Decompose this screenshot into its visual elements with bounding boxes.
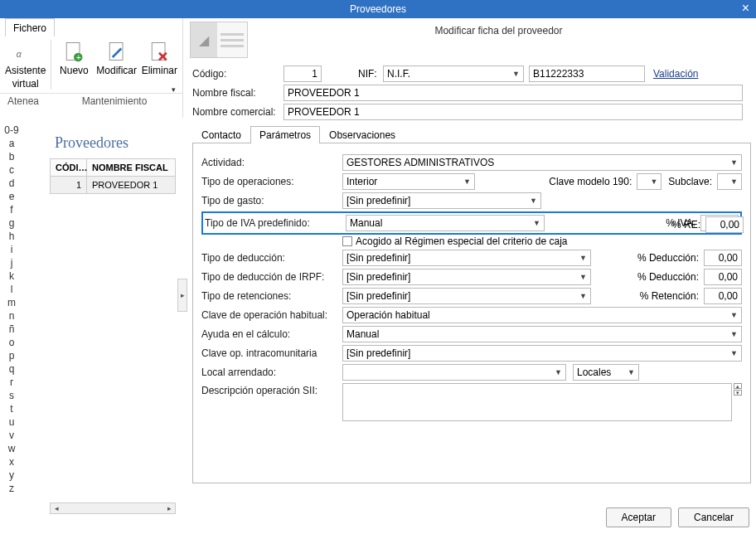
alpha-m[interactable]: m <box>7 297 16 310</box>
tipo-gasto-select[interactable]: [Sin predefinir]▼ <box>342 192 541 209</box>
group-mantenimiento-label: Mantenimiento▾ <box>46 93 182 107</box>
grid-title: Proveedores <box>50 133 176 158</box>
alpha-c[interactable]: c <box>9 164 14 177</box>
accept-button[interactable]: Aceptar <box>606 507 671 527</box>
alpha-w[interactable]: w <box>8 443 16 456</box>
alpha-s[interactable]: s <box>9 390 14 403</box>
nif-input[interactable] <box>529 66 645 82</box>
alpha-b[interactable]: b <box>9 151 15 164</box>
alpha-x[interactable]: x <box>9 456 14 469</box>
actividad-select[interactable]: GESTORES ADMINISTRATIVOS▼ <box>342 154 742 171</box>
supplier-preview-image[interactable]: ◢ <box>190 22 248 58</box>
acogido-checkbox[interactable] <box>342 236 352 246</box>
pct-ded-input[interactable] <box>704 250 742 266</box>
spinner-down-icon[interactable]: ▾ <box>734 390 742 396</box>
alpha-i[interactable]: i <box>11 244 13 257</box>
chevron-down-icon: ▼ <box>727 158 738 167</box>
actividad-label: Actividad: <box>201 157 342 168</box>
assistant-button[interactable]: α Asistente virtual <box>5 40 46 90</box>
pct-re-input[interactable] <box>705 216 744 233</box>
svg-text:+: + <box>76 52 81 62</box>
alpha-r[interactable]: r <box>10 376 13 390</box>
tipo-ret-label: Tipo de retenciones: <box>201 290 342 302</box>
chevron-down-icon: ▼ <box>551 368 562 376</box>
alpha-v[interactable]: v <box>9 430 14 443</box>
tipo-iva-label: Tipo de IVA predefinido: <box>205 217 346 229</box>
alpha-z[interactable]: z <box>9 483 14 496</box>
tipo-ded-irpf-select[interactable]: [Sin predefinir]▼ <box>342 269 591 285</box>
chevron-down-icon: ▼ <box>509 70 520 78</box>
tab-contacto[interactable]: Contacto <box>192 126 250 143</box>
validacion-link[interactable]: Validación <box>653 68 698 80</box>
modify-button[interactable]: Modificar <box>97 40 137 90</box>
clave190-select[interactable]: ▼ <box>637 173 662 190</box>
alpha-p[interactable]: p <box>9 350 15 363</box>
ayuda-select[interactable]: Manual▼ <box>342 326 742 342</box>
spinner-up-icon[interactable]: ▴ <box>734 383 742 389</box>
table-row[interactable]: 1 PROVEEDOR 1 <box>50 177 176 194</box>
alpha-n[interactable]: n <box>9 310 15 323</box>
alpha-q[interactable]: q <box>9 363 15 376</box>
alpha-g[interactable]: g <box>9 217 15 231</box>
tipo-ded-select[interactable]: [Sin predefinir]▼ <box>342 250 591 266</box>
tab-parametros[interactable]: Parámetros <box>250 126 320 143</box>
nif-label: NIF: <box>358 68 383 80</box>
alpha-d[interactable]: d <box>9 177 15 191</box>
alpha-j[interactable]: j <box>11 257 13 270</box>
alpha-l[interactable]: l <box>11 284 13 297</box>
grid-horizontal-scrollbar[interactable]: ◂ ▸ <box>50 502 176 514</box>
tipo-ded-irpf-label: Tipo de deducción de IRPF: <box>201 271 342 283</box>
chevron-down-icon: ▼ <box>727 330 738 338</box>
alpha-e[interactable]: e <box>9 191 15 204</box>
tab-observaciones[interactable]: Observaciones <box>320 126 405 143</box>
group-dropdown-icon[interactable]: ▾ <box>172 85 176 94</box>
alpha-k[interactable]: k <box>9 270 14 284</box>
pct-ded2-input[interactable] <box>704 269 742 285</box>
subclave-select[interactable]: ▼ <box>717 173 742 190</box>
alpha-o[interactable]: o <box>9 337 15 350</box>
pct-ded2-label: % Deducción: <box>637 271 699 283</box>
cancel-button[interactable]: Cancelar <box>678 507 749 527</box>
alphabet-filter: 0-9abcdefghijklmnñopqrstuvwxyz <box>0 124 23 496</box>
nombre-comercial-input[interactable] <box>284 104 743 120</box>
close-icon[interactable]: × <box>742 1 749 16</box>
alpha-ñ[interactable]: ñ <box>9 323 15 337</box>
assistant-icon: α <box>14 40 37 63</box>
delete-button[interactable]: Eliminar <box>142 40 177 90</box>
clave-op-select[interactable]: Operación habitual▼ <box>342 307 742 323</box>
alpha-y[interactable]: y <box>9 469 14 483</box>
alpha-h[interactable]: h <box>9 231 15 244</box>
grid-cell-code: 1 <box>51 177 87 193</box>
tipo-iva-select[interactable]: Manual▼ <box>346 215 545 231</box>
alpha-u[interactable]: u <box>9 416 15 430</box>
alpha-0-9[interactable]: 0-9 <box>4 124 18 138</box>
grid-col-codigo[interactable]: CÓDI… <box>51 159 87 176</box>
new-button[interactable]: + Nuevo <box>56 40 91 90</box>
tipo-gasto-label: Tipo de gasto: <box>201 195 342 206</box>
scroll-left-icon[interactable]: ◂ <box>51 503 62 513</box>
local-select[interactable]: ▼ <box>342 364 566 381</box>
grid-col-nombre[interactable]: NOMBRE FISCAL <box>87 159 175 176</box>
chevron-down-icon: ▼ <box>727 177 738 186</box>
desc-sii-textarea[interactable] <box>342 383 732 421</box>
alpha-a[interactable]: a <box>9 138 15 151</box>
scroll-right-icon[interactable]: ▸ <box>163 503 175 513</box>
codigo-input[interactable] <box>284 66 322 82</box>
nombre-fiscal-input[interactable] <box>284 85 743 101</box>
alpha-f[interactable]: f <box>10 204 12 217</box>
locales-button[interactable]: Locales▼ <box>573 364 639 381</box>
svg-rect-4 <box>109 43 123 61</box>
pct-ret-label: % Retención: <box>640 290 699 302</box>
tipo-op-select[interactable]: Interior▼ <box>342 173 475 190</box>
panel-expander[interactable]: ▸ <box>177 279 187 312</box>
grid-header: CÓDI… NOMBRE FISCAL <box>50 158 176 177</box>
svg-text:α: α <box>16 49 22 59</box>
nif-type-select[interactable]: N.I.F.▼ <box>383 66 524 82</box>
alpha-t[interactable]: t <box>10 403 12 416</box>
form-title: Modificar ficha del proveedor <box>248 22 749 36</box>
clave-intra-select[interactable]: [Sin predefinir]▼ <box>342 345 742 362</box>
tipo-ret-select[interactable]: [Sin predefinir]▼ <box>342 288 591 304</box>
pct-ret-input[interactable] <box>704 288 742 304</box>
file-tab[interactable]: Fichero <box>5 18 55 36</box>
chevron-down-icon: ▼ <box>460 177 471 186</box>
